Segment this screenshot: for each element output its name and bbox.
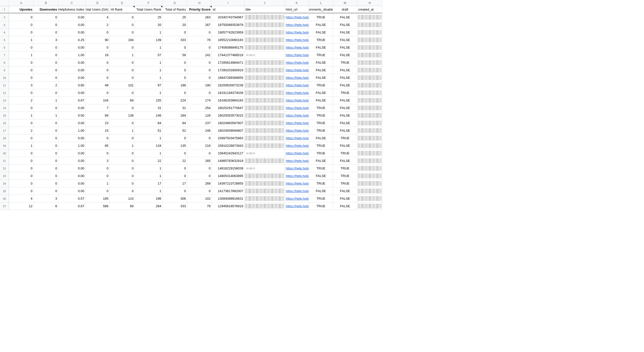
cell-hi_rank-r4[interactable]: 0 bbox=[110, 29, 135, 36]
row-header-16[interactable]: 16 bbox=[0, 119, 9, 127]
cell-comments_disabled-r16[interactable]: TRUE bbox=[309, 119, 333, 127]
cell-total_users-r6[interactable]: 0 bbox=[86, 44, 110, 51]
cell-hi_rank-r19[interactable]: 1 bbox=[110, 142, 135, 150]
cell-total_users-r19[interactable]: 85 bbox=[86, 142, 110, 150]
cell-created_at-r18[interactable] bbox=[357, 134, 382, 142]
cell-title-r14[interactable] bbox=[245, 104, 285, 112]
cell-comments_disabled-r22[interactable]: TRUE bbox=[309, 165, 333, 172]
cell-total_users-r3[interactable]: 2 bbox=[86, 21, 110, 29]
cell-title-r3[interactable] bbox=[245, 21, 285, 29]
header-cell-tot_ranks[interactable]: Total of Ranks bbox=[163, 6, 187, 14]
cell-tot_ranks-r22[interactable]: 0 bbox=[163, 165, 187, 172]
cell-tu_rank-r6[interactable]: 1 bbox=[135, 44, 163, 51]
col-header-J[interactable]: J bbox=[245, 0, 285, 6]
cell-total_users-r18[interactable]: 0 bbox=[86, 134, 110, 142]
row-header-25[interactable]: 25 bbox=[0, 187, 9, 195]
cell-draft-r21[interactable]: FALSE bbox=[333, 157, 357, 165]
col-header-B[interactable]: B bbox=[34, 0, 58, 6]
cell-id-r22[interactable]: 14818229158039 bbox=[212, 165, 245, 172]
cell-tot_ranks-r4[interactable]: 0 bbox=[163, 29, 187, 36]
cell-draft-r26[interactable]: FALSE bbox=[333, 195, 357, 202]
cell-html_url-r26[interactable]: https://help.hotja bbox=[285, 195, 309, 202]
cell-title-r24[interactable] bbox=[245, 180, 285, 187]
cell-html_url-r14[interactable]: https://help.hotja bbox=[285, 104, 309, 112]
row-header-22[interactable]: 22 bbox=[0, 165, 9, 172]
cell-upvotes-r11[interactable]: 3 bbox=[9, 82, 34, 89]
cell-tu_rank-r9[interactable]: 1 bbox=[135, 66, 163, 74]
cell-total_users-r21[interactable]: 3 bbox=[86, 157, 110, 165]
cell-total_users-r27[interactable]: 566 bbox=[86, 202, 110, 210]
header-cell-help_idx[interactable]: Helpfulness Index bbox=[58, 6, 86, 14]
cell-upvotes-r24[interactable]: 0 bbox=[9, 180, 34, 187]
row-header-26[interactable]: 26 bbox=[0, 195, 9, 202]
cell-id-r10[interactable]: 16947289368855 bbox=[212, 74, 245, 82]
cell-html_url-r13[interactable]: https://help.hotja bbox=[285, 97, 309, 104]
cell-priority-r20[interactable]: 0 bbox=[187, 150, 212, 157]
cell-priority-r12[interactable]: 0 bbox=[187, 89, 212, 97]
cell-help_idx-r25[interactable]: 0.00 bbox=[58, 187, 86, 195]
cell-comments_disabled-r6[interactable]: FALSE bbox=[309, 44, 333, 51]
url-link[interactable]: https://help.hotja bbox=[286, 197, 309, 200]
cell-help_idx-r20[interactable]: 0.00 bbox=[58, 150, 86, 157]
cell-tu_rank-r20[interactable]: 1 bbox=[135, 150, 163, 157]
cell-downvotes-r25[interactable]: 0 bbox=[34, 187, 58, 195]
cell-downvotes-r15[interactable]: 1 bbox=[34, 112, 58, 119]
url-link[interactable]: https://help.hotja bbox=[286, 151, 309, 155]
cell-created_at-r15[interactable] bbox=[357, 112, 382, 119]
cell-help_idx-r8[interactable]: 0.00 bbox=[58, 59, 86, 66]
header-cell-id[interactable]: id bbox=[212, 6, 245, 14]
cell-downvotes-r3[interactable]: 0 bbox=[34, 21, 58, 29]
cell-tu_rank-r17[interactable]: 51 bbox=[135, 127, 163, 134]
cell-html_url-r24[interactable]: https://help.hotja bbox=[285, 180, 309, 187]
cell-draft-r17[interactable]: FALSE bbox=[333, 127, 357, 134]
cell-id-r7[interactable]: 17441377466519 bbox=[212, 51, 245, 59]
cell-html_url-r19[interactable]: https://help.hotja bbox=[285, 142, 309, 150]
header-cell-draft[interactable]: draft bbox=[333, 6, 357, 14]
cell-id-r26[interactable]: 13084088916631 bbox=[212, 195, 245, 202]
cell-upvotes-r2[interactable]: 0 bbox=[9, 14, 34, 21]
cell-draft-r19[interactable]: FALSE bbox=[333, 142, 357, 150]
cell-draft-r18[interactable]: TRUE bbox=[333, 134, 357, 142]
cell-title-r2[interactable]: w bbox=[245, 14, 285, 21]
cell-upvotes-r25[interactable]: 0 bbox=[9, 187, 34, 195]
cell-downvotes-r19[interactable]: 0 bbox=[34, 142, 58, 150]
cell-id-r5[interactable]: 18552210060183 bbox=[212, 36, 245, 44]
cell-upvotes-r26[interactable]: 4 bbox=[9, 195, 34, 202]
cell-draft-r14[interactable]: FALSE bbox=[333, 104, 357, 112]
cell-total_users-r4[interactable]: 0 bbox=[86, 29, 110, 36]
cell-hi_rank-r10[interactable]: 0 bbox=[110, 74, 135, 82]
cell-id-r23[interactable]: 14805314063895 bbox=[212, 172, 245, 180]
cell-comments_disabled-r10[interactable]: FALSE bbox=[309, 74, 333, 82]
cell-priority-r22[interactable]: 0 bbox=[187, 165, 212, 172]
cell-priority-r14[interactable]: 254 bbox=[187, 104, 212, 112]
cell-created_at-r20[interactable] bbox=[357, 150, 382, 157]
cell-title-r27[interactable] bbox=[245, 202, 285, 210]
cell-id-r9[interactable]: 17280201600919 bbox=[212, 66, 245, 74]
cell-created_at-r23[interactable] bbox=[357, 172, 382, 180]
url-link[interactable]: https://help.hotja bbox=[286, 144, 309, 148]
cell-created_at-r22[interactable] bbox=[357, 165, 382, 172]
cell-comments_disabled-r11[interactable]: TRUE bbox=[309, 82, 333, 89]
col-header-G[interactable]: G bbox=[163, 0, 187, 6]
row-header-27[interactable]: 27 bbox=[0, 202, 9, 210]
cell-tu_rank-r14[interactable]: 31 bbox=[135, 104, 163, 112]
cell-total_users-r20[interactable]: 0 bbox=[86, 150, 110, 157]
cell-tot_ranks-r12[interactable]: 0 bbox=[163, 89, 187, 97]
row-header-23[interactable]: 23 bbox=[0, 172, 9, 180]
cell-created_at-r4[interactable] bbox=[357, 29, 382, 36]
cell-priority-r10[interactable]: 0 bbox=[187, 74, 212, 82]
cell-id-r16[interactable]: 16024983587607 bbox=[212, 119, 245, 127]
cell-created_at-r13[interactable] bbox=[357, 97, 382, 104]
cell-hi_rank-r26[interactable]: 110 bbox=[110, 195, 135, 202]
url-link[interactable]: https://help.hotja bbox=[286, 91, 309, 95]
cell-draft-r4[interactable]: FALSE bbox=[333, 29, 357, 36]
cell-tot_ranks-r11[interactable]: 198 bbox=[163, 82, 187, 89]
cell-upvotes-r15[interactable]: 1 bbox=[9, 112, 34, 119]
cell-tot_ranks-r18[interactable]: 0 bbox=[163, 134, 187, 142]
cell-downvotes-r21[interactable]: 0 bbox=[34, 157, 58, 165]
cell-help_idx-r3[interactable]: 0.00 bbox=[58, 21, 86, 29]
url-link[interactable]: https://help.hotja bbox=[286, 23, 309, 27]
cell-html_url-r7[interactable]: https://help.hotja bbox=[285, 51, 309, 59]
cell-title-r22[interactable] bbox=[245, 165, 285, 172]
cell-comments_disabled-r19[interactable]: TRUE bbox=[309, 142, 333, 150]
